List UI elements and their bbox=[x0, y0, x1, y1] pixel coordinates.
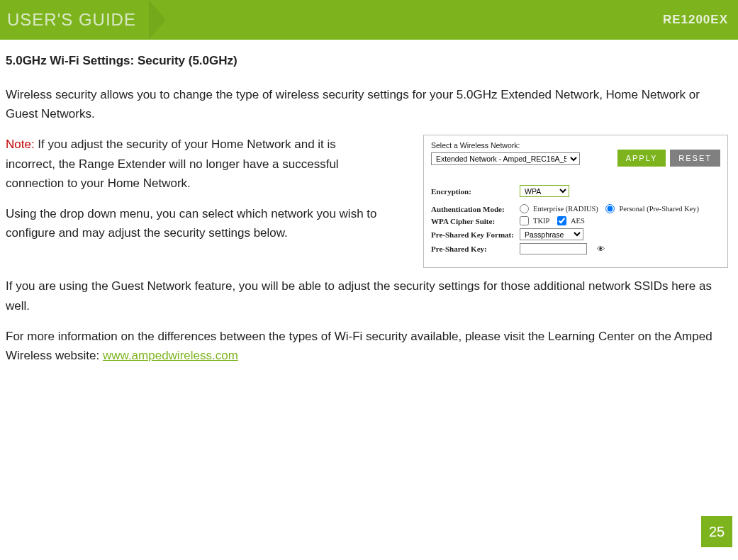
page-number: 25 bbox=[701, 516, 732, 547]
cipher-row: WPA Cipher Suite: TKIP AES bbox=[431, 216, 720, 225]
dropdown-paragraph: Using the drop down menu, you can select… bbox=[6, 204, 388, 242]
network-select-block: Select a Wireless Network: Extended Netw… bbox=[431, 141, 580, 165]
intro-paragraph: Wireless security allows you to change t… bbox=[6, 85, 732, 123]
psk-row: Pre-Shared Key: 👁 bbox=[431, 243, 720, 254]
auth-personal-radio[interactable] bbox=[605, 204, 615, 213]
tkip-checkbox[interactable] bbox=[520, 216, 529, 225]
network-select-label: Select a Wireless Network: bbox=[431, 141, 580, 150]
psk-format-select[interactable]: Passphrase bbox=[520, 228, 583, 240]
psk-label: Pre-Shared Key: bbox=[431, 245, 520, 253]
panel-top-row: Select a Wireless Network: Extended Netw… bbox=[431, 141, 720, 167]
header-title: USER'S GUIDE bbox=[7, 10, 136, 30]
header-model: RE1200EX bbox=[663, 13, 728, 27]
auth-enterprise-text: Enterprise (RADIUS) bbox=[533, 205, 598, 213]
network-select[interactable]: Extended Network - Amped_REC16A_5.0 bbox=[431, 152, 580, 165]
auth-mode-row: Authentication Mode: Enterprise (RADIUS)… bbox=[431, 204, 720, 213]
psk-format-row: Pre-Shared Key Format: Passphrase bbox=[431, 228, 720, 240]
header-arrow-decor bbox=[149, 0, 166, 40]
auth-personal-text: Personal (Pre-Shared Key) bbox=[619, 205, 699, 213]
note-body: If you adjust the security of your Home … bbox=[6, 138, 339, 189]
psk-format-label: Pre-Shared Key Format: bbox=[431, 230, 520, 239]
section-title: 5.0GHz Wi-Fi Settings: Security (5.0GHz) bbox=[6, 54, 732, 68]
page-content: 5.0GHz Wi-Fi Settings: Security (5.0GHz)… bbox=[0, 40, 738, 365]
amped-link[interactable]: www.ampedwireless.com bbox=[103, 349, 238, 362]
guest-paragraph: If you are using the Guest Network featu… bbox=[6, 276, 732, 315]
auth-enterprise-radio[interactable] bbox=[520, 204, 529, 213]
header-bar: USER'S GUIDE RE1200EX bbox=[0, 0, 738, 40]
encryption-select[interactable]: WPA bbox=[520, 185, 569, 197]
encryption-row: Encryption: WPA bbox=[431, 185, 720, 197]
encryption-label: Encryption: bbox=[431, 187, 520, 196]
note-paragraph: Note: If you adjust the security of your… bbox=[6, 135, 388, 193]
note-prefix: Note: bbox=[6, 138, 35, 151]
reset-button[interactable]: RESET bbox=[670, 150, 720, 167]
moreinfo-paragraph: For more information on the differences … bbox=[6, 327, 732, 365]
auth-mode-label: Authentication Mode: bbox=[431, 205, 520, 213]
psk-input[interactable] bbox=[520, 243, 587, 254]
aes-text: AES bbox=[571, 217, 585, 225]
apply-button[interactable]: APPLY bbox=[617, 150, 666, 167]
settings-panel: Select a Wireless Network: Extended Netw… bbox=[423, 135, 728, 268]
tkip-text: TKIP bbox=[533, 217, 549, 225]
show-password-icon[interactable]: 👁 bbox=[597, 245, 605, 253]
aes-checkbox[interactable] bbox=[557, 216, 566, 225]
cipher-label: WPA Cipher Suite: bbox=[431, 217, 520, 225]
panel-buttons: APPLY RESET bbox=[617, 150, 720, 167]
